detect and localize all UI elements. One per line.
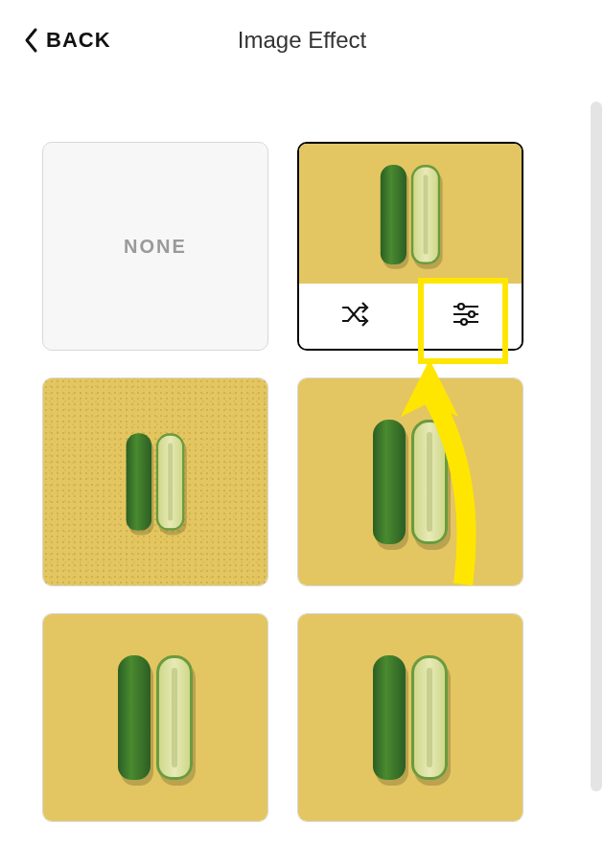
effects-grid: NONE: [0, 96, 589, 851]
back-button[interactable]: BACK: [23, 27, 111, 54]
effect-tile[interactable]: [42, 613, 268, 822]
effect-preview: [298, 378, 523, 585]
effects-scroll-area[interactable]: NONE: [0, 96, 589, 868]
shuffle-icon: [337, 297, 372, 335]
shuffle-button[interactable]: [299, 284, 410, 349]
chevron-left-icon: [23, 27, 40, 54]
sliders-icon: [449, 297, 483, 335]
back-label: BACK: [46, 28, 111, 53]
svg-point-4: [469, 311, 475, 317]
adjust-button[interactable]: [410, 284, 522, 349]
none-label: NONE: [124, 236, 187, 258]
effect-preview: [298, 614, 523, 821]
svg-point-5: [461, 319, 467, 325]
scrollbar[interactable]: [591, 102, 602, 791]
page-title: Image Effect: [238, 27, 366, 54]
svg-point-3: [458, 304, 464, 309]
effect-tile[interactable]: [297, 377, 523, 586]
effect-tile-none[interactable]: NONE: [42, 142, 268, 351]
effect-tile-actions: [299, 284, 522, 349]
effect-tile[interactable]: [42, 377, 268, 586]
effect-tile-selected[interactable]: [297, 142, 523, 351]
effect-preview: [43, 614, 267, 821]
effect-preview: [43, 378, 267, 585]
effect-preview: [299, 144, 522, 286]
effect-tile[interactable]: [297, 613, 523, 822]
